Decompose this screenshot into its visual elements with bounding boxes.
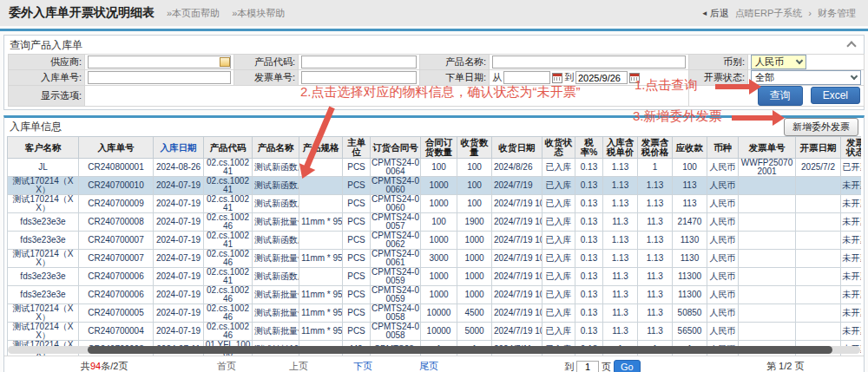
table-cell: 已入库 (542, 195, 575, 213)
table-cell: 1000 (421, 286, 457, 304)
table-cell: 未开票 (841, 213, 862, 232)
back-button[interactable]: ◄ 后退 (701, 7, 729, 20)
table-cell: fds3e23e3e (8, 268, 79, 286)
table-cell: 人民币 (707, 213, 739, 232)
column-header: 订货合同号 (371, 137, 421, 159)
date-to-input[interactable] (575, 71, 628, 84)
table-row[interactable]: 测试170214（XX）CR2407000092024-07-1902.cs.1… (8, 195, 862, 213)
table-cell: 0.13 (575, 323, 603, 341)
table-cell: PCS (343, 286, 371, 304)
table-cell (739, 177, 796, 195)
breadcrumb-system[interactable]: 点晴ERP子系统 (735, 7, 803, 20)
table-row[interactable]: fds3e23e3eCR2407000062024-07-1902.cs.100… (8, 268, 862, 286)
table-cell: 测试170214（XX） (8, 250, 79, 268)
table-cell: 1.13 (603, 177, 638, 195)
product-code-input[interactable] (301, 55, 417, 69)
table-cell: 测试新函数成 (253, 195, 299, 213)
column-header: 发票状态 (841, 137, 862, 159)
excel-button[interactable]: Excel (811, 87, 860, 104)
table-cell: 100 (421, 213, 457, 232)
page-help-link[interactable]: »本页面帮助 (167, 7, 220, 20)
table-row[interactable]: fds3e23e3eCR2407000072024-07-1902.cs.100… (8, 232, 862, 250)
table-cell: 10000 (421, 304, 457, 323)
table-row[interactable]: 测试170214（XX）CR2407000052024-07-1902.cs.1… (8, 304, 862, 323)
table-cell: 测试170214（XX） (8, 177, 79, 195)
pagination-next[interactable]: 下页 (353, 360, 372, 372)
add-outsource-invoice-button[interactable]: 新增委外发票 (784, 118, 858, 136)
table-cell: 人民币 (707, 159, 739, 177)
pagination-goto: 到 页 Go (564, 360, 641, 372)
go-button[interactable]: Go (614, 360, 641, 372)
table-cell: 11.3 (603, 213, 638, 232)
page-indicator: 第 1/2 页 (766, 360, 804, 372)
column-header: 发票含税价格 (638, 137, 673, 159)
page-number-input[interactable] (576, 361, 599, 372)
column-header[interactable]: 入库日期 (154, 137, 204, 159)
supplier-lookup-icon[interactable] (220, 57, 230, 67)
currency-label: 币别: (689, 55, 748, 70)
table-cell: 0.13 (575, 250, 603, 268)
product-code-label: 产品代码: (234, 55, 299, 70)
table-cell: 2025/7/2 (796, 159, 841, 177)
table-row[interactable]: fds3e23e3eCR2407000062024-07-1902.cs.100… (8, 286, 862, 304)
table-cell: 0.13 (575, 177, 603, 195)
table-cell: 100 (457, 195, 492, 213)
product-name-input[interactable] (492, 55, 686, 69)
table-row[interactable]: 测试170214（XX）CR2407000042024-07-1902.cs.1… (8, 323, 862, 341)
table-cell: 0.13 (575, 213, 603, 232)
table-row[interactable]: 测试170214（XX）CR2407000102024-07-1902.cs.1… (8, 177, 862, 195)
table-cell: 已开票 (841, 159, 862, 177)
page-title: 委外入库单开票状况明细表 (9, 5, 155, 21)
invoice-no-label: 发票单号: (234, 70, 299, 86)
table-cell (739, 286, 796, 304)
table-row[interactable]: 测试170214（XX）CR2407000072024-07-1902.cs.1… (8, 250, 862, 268)
collapse-icon[interactable] (848, 41, 855, 48)
currency-select[interactable]: 人民币 (751, 55, 806, 69)
table-cell: CPMTS24-00058 (371, 323, 421, 341)
table-cell: 11.3 (603, 268, 638, 286)
table-row[interactable]: fds3e23e3eCR2407000082024-07-1902.cs.100… (8, 213, 862, 232)
invoice-no-input[interactable] (301, 71, 417, 84)
pagination-last[interactable]: 尾页 (419, 360, 438, 372)
table-cell: 1.13 (638, 177, 673, 195)
table-cell: 5000 (457, 323, 492, 341)
supplier-label: 供应商: (9, 55, 85, 70)
table-cell: 人民币 (707, 304, 739, 323)
table-cell: 2024/7/19 10 (492, 213, 542, 232)
table-cell: 02.cs.100241 (204, 268, 253, 286)
table-cell: 1900 (457, 213, 492, 232)
table-cell: 2024/7/19 10 (492, 268, 542, 286)
table-cell: 未开票 (841, 232, 862, 250)
pagination-prev[interactable]: 上页 (289, 360, 308, 372)
table-cell: CR240700007 (79, 250, 154, 268)
table-cell (299, 268, 343, 286)
supplier-input[interactable] (88, 55, 231, 69)
back-triangle-icon: ◄ (701, 10, 708, 17)
receipt-no-input[interactable] (88, 71, 231, 84)
column-header: 入库含税单价 (603, 137, 638, 159)
table-cell: 11.3 (603, 323, 638, 341)
table-row[interactable]: JLCR2408000012024-08-2602.cs.100241测试新函数… (8, 159, 862, 177)
module-help-link[interactable]: »本模块帮助 (232, 7, 285, 20)
table-cell: 测试新函数成 (253, 232, 299, 250)
invoice-status-label: 开票状态: (689, 70, 748, 86)
table-cell: 未开票 (841, 304, 862, 323)
search-button[interactable]: 查询 (758, 86, 803, 106)
horizontal-scrollbar-thumb[interactable] (88, 346, 832, 354)
table-cell: 1130 (673, 232, 707, 250)
table-cell: PCS (343, 177, 371, 195)
chevron-down-icon (851, 73, 858, 80)
pagination-first[interactable]: 首页 (217, 360, 236, 372)
invoice-status-select[interactable]: 全部 (751, 70, 861, 85)
table-cell: CR240700004 (79, 323, 154, 341)
table-cell: 人民币 (707, 177, 739, 195)
table-cell: 2024/7/19 10 (492, 323, 542, 341)
breadcrumb-section[interactable]: 财务管理 (818, 7, 856, 20)
table-cell: 测试新函数成 (253, 177, 299, 195)
calendar-icon[interactable] (552, 73, 562, 83)
table-cell: 1000 (421, 195, 457, 213)
date-from-input[interactable] (503, 71, 550, 84)
column-header: 主单位 (343, 137, 371, 159)
table-cell: CPMTS24-00062 (371, 232, 421, 250)
pagination-total: 共94条/2页 (81, 360, 128, 372)
